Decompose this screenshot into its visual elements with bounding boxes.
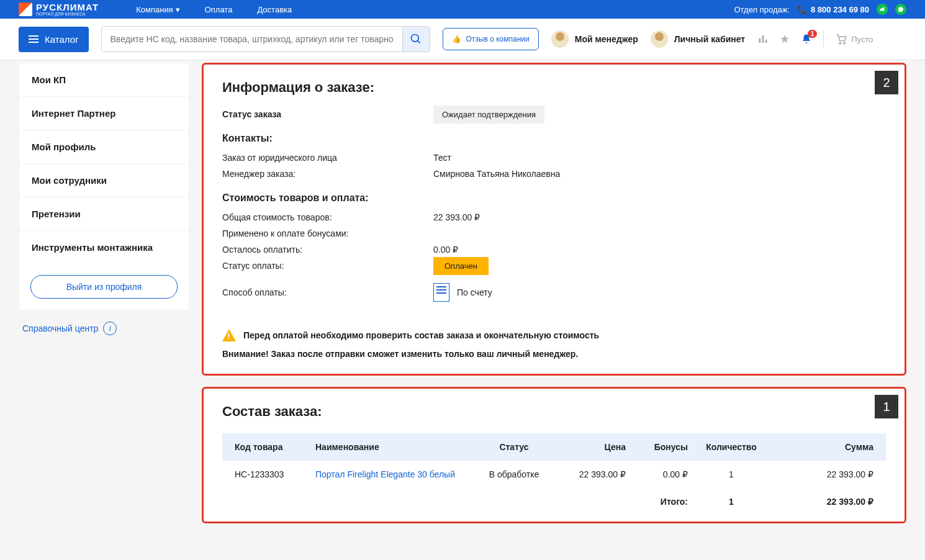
whatsapp-icon[interactable] bbox=[895, 4, 906, 15]
col-name: Наименование bbox=[315, 442, 477, 452]
cell-code: НС-1233303 bbox=[235, 469, 315, 479]
stats-icon[interactable] bbox=[757, 34, 769, 45]
remaining-label: Осталось оплатить: bbox=[222, 245, 433, 255]
svg-point-6 bbox=[844, 42, 846, 44]
nav-company[interactable]: Компания ▾ bbox=[136, 5, 180, 14]
col-bonus: Бонусы bbox=[626, 442, 688, 452]
svg-line-1 bbox=[418, 41, 420, 43]
order-status-label: Статус заказа bbox=[222, 109, 433, 119]
total-cost-value: 22 393.00 ₽ bbox=[433, 212, 480, 222]
divider bbox=[823, 30, 824, 48]
sidebar-item-kp[interactable]: Мои КП bbox=[19, 63, 189, 96]
logo[interactable]: РУСКЛИМАТ ПОРТАЛ ДЛЯ БИЗНЕСА bbox=[19, 2, 99, 16]
review-button[interactable]: 👍 Отзыв о компании bbox=[443, 28, 539, 50]
svg-rect-2 bbox=[759, 38, 760, 43]
contacts-heading: Контакты: bbox=[222, 133, 886, 144]
order-info-title: Информация о заказе: bbox=[222, 79, 886, 96]
warning-line: Перед оплатой необходимо проверить соста… bbox=[222, 329, 886, 341]
my-manager-link[interactable]: Мой менеджер bbox=[551, 30, 638, 48]
order-manager-label: Менеджер заказа: bbox=[222, 169, 433, 179]
phone-icon: 📞 bbox=[797, 5, 807, 14]
sidebar-item-staff[interactable]: Мои сотрудники bbox=[19, 163, 189, 197]
invoice-icon bbox=[433, 283, 449, 302]
paystatus-value: Оплачен bbox=[433, 257, 489, 275]
hamburger-icon bbox=[29, 35, 38, 43]
panel-annotation-1: 1 bbox=[875, 395, 898, 418]
personal-cabinet-link[interactable]: Личный кабинет bbox=[651, 30, 745, 48]
svg-point-5 bbox=[839, 42, 841, 44]
catalog-button[interactable]: Каталог bbox=[19, 27, 89, 52]
cart-icon bbox=[835, 33, 847, 45]
chevron-down-icon: ▾ bbox=[176, 5, 180, 14]
order-items-panel: 1 Состав заказа: Код товара Наименование… bbox=[202, 387, 906, 523]
col-qty: Количество bbox=[688, 442, 775, 452]
sidebar-item-partner[interactable]: Интернет Партнер bbox=[19, 96, 189, 130]
col-sum: Сумма bbox=[775, 442, 873, 452]
user-avatar bbox=[651, 30, 668, 48]
order-from-label: Заказ от юридического лица bbox=[222, 153, 433, 163]
col-code: Код товара bbox=[235, 442, 315, 452]
logo-icon bbox=[19, 2, 32, 16]
attention-line: Внимание! Заказ после отправки сможет из… bbox=[222, 349, 886, 359]
total-cost-label: Общая стоимость товаров: bbox=[222, 212, 433, 222]
star-icon[interactable]: ★ bbox=[780, 32, 790, 46]
notifications-bell[interactable]: 1 bbox=[801, 34, 812, 45]
svg-rect-3 bbox=[762, 35, 764, 43]
order-items-table: Код товара Наименование Статус Цена Бону… bbox=[222, 433, 886, 515]
table-row: НС-1233303 Портал Firelight Elegante 30 … bbox=[222, 461, 886, 488]
footer-label: Итого: bbox=[626, 497, 688, 507]
brand-sub: ПОРТАЛ ДЛЯ БИЗНЕСА bbox=[36, 12, 99, 16]
cell-price: 22 393.00 ₽ bbox=[551, 469, 626, 479]
brand-name: РУСКЛИМАТ bbox=[36, 2, 99, 12]
sidebar-item-claims[interactable]: Претензии bbox=[19, 197, 189, 230]
sidebar-item-tools[interactable]: Инструменты монтажника bbox=[19, 230, 189, 264]
cell-qty: 1 bbox=[688, 469, 775, 479]
manager-avatar bbox=[551, 30, 569, 48]
paymethod-label: Способ оплаты: bbox=[222, 287, 433, 297]
sidebar-nav: Мои КП Интернет Партнер Мой профиль Мои … bbox=[19, 63, 189, 310]
cell-name-link[interactable]: Портал Firelight Elegante 30 белый bbox=[315, 469, 477, 479]
telegram-icon[interactable] bbox=[877, 4, 888, 15]
cell-sum: 22 393.00 ₽ bbox=[775, 469, 873, 479]
search-bar bbox=[101, 26, 430, 52]
paymethod-value: По счету bbox=[457, 287, 492, 297]
help-center-link[interactable]: Справочный центр i bbox=[19, 310, 189, 346]
search-input[interactable] bbox=[102, 27, 402, 52]
order-manager-value: Смирнова Татьяна Николаевна bbox=[433, 169, 560, 179]
thumbs-up-icon: 👍 bbox=[452, 35, 461, 43]
phone-link[interactable]: 📞 8 800 234 69 80 bbox=[797, 5, 869, 14]
cost-heading: Стоимость товаров и оплата: bbox=[222, 192, 886, 204]
paystatus-label: Статус оплаты: bbox=[222, 261, 433, 271]
footer-qty: 1 bbox=[688, 497, 775, 507]
remaining-value: 0.00 ₽ bbox=[433, 245, 458, 255]
cell-bonus: 0.00 ₽ bbox=[626, 469, 688, 479]
sidebar-item-profile[interactable]: Мой профиль bbox=[19, 130, 189, 163]
notification-badge: 1 bbox=[808, 30, 818, 38]
logout-button[interactable]: Выйти из профиля bbox=[30, 275, 178, 299]
search-button[interactable] bbox=[402, 27, 430, 52]
footer-sum: 22 393.00 ₽ bbox=[775, 497, 873, 507]
col-price: Цена bbox=[551, 442, 626, 452]
search-icon bbox=[410, 33, 422, 45]
nav-payment[interactable]: Оплата bbox=[205, 5, 233, 14]
col-status: Статус bbox=[477, 442, 551, 452]
order-items-title: Состав заказа: bbox=[222, 404, 886, 420]
svg-point-0 bbox=[412, 35, 419, 42]
nav-delivery[interactable]: Доставка bbox=[257, 5, 292, 14]
bonus-applied-label: Применено к оплате бонусами: bbox=[222, 228, 433, 238]
order-info-panel: 2 Информация о заказе: Статус заказа Ожи… bbox=[202, 63, 906, 376]
cart-link[interactable]: Пусто bbox=[835, 33, 873, 45]
panel-annotation-2: 2 bbox=[875, 71, 898, 94]
order-status-value: Ожидает подтверждения bbox=[433, 106, 544, 124]
order-from-value: Тест bbox=[433, 153, 451, 163]
warning-icon bbox=[222, 329, 236, 341]
svg-rect-4 bbox=[765, 40, 767, 43]
info-icon: i bbox=[103, 322, 117, 335]
sales-label: Отдел продаж: bbox=[734, 5, 790, 14]
cell-status: В обработке bbox=[477, 469, 551, 479]
